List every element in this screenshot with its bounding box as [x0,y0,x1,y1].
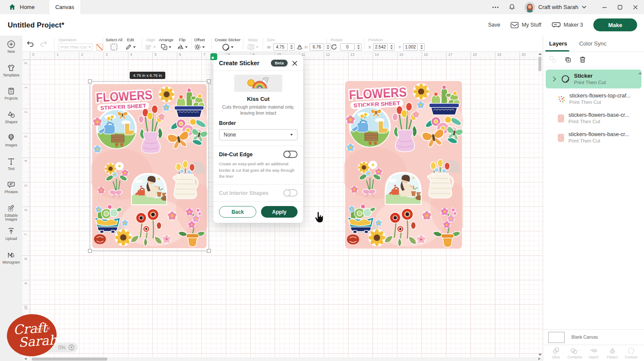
x-input[interactable]: 2.542 [373,43,388,51]
layer-row[interactable]: stickers-flowers-base-cr... Print Then C… [543,128,644,147]
zoom-in-icon[interactable] [68,344,75,351]
scroll-left-arrow[interactable] [24,358,27,360]
width-stepper[interactable] [289,43,295,51]
rotate-input[interactable]: 0 [340,43,355,51]
slice-button[interactable]: Slice [547,347,565,359]
expand-chevron-icon[interactable] [551,76,556,81]
rotate-group: Rotate 0 [331,37,361,51]
sidebar-item-monogram[interactable]: Monogram [0,251,22,274]
sticker-sheet-selected[interactable] [91,82,208,250]
project-title[interactable]: Untitled Project* [0,21,64,29]
scroll-up-arrow[interactable] [538,53,542,55]
redo-icon [39,40,48,48]
horizontal-scrollbar[interactable] [22,357,543,361]
redo-button[interactable] [39,40,48,48]
y-input[interactable]: 1.002 [403,43,418,51]
y-stepper[interactable] [419,43,425,51]
selection-handle-top-right[interactable] [207,79,211,83]
height-input[interactable]: 6.76 [310,43,324,51]
selection-handle-bottom-left[interactable] [88,249,92,253]
sidebar-label: Monogram [3,261,20,265]
sidebar-item-shapes[interactable]: Shapes [0,110,22,134]
operation-dropdown[interactable]: Print Then Cut [58,43,93,51]
sticker-sheet-copy[interactable] [343,80,464,250]
vertical-scrollbar[interactable] [538,53,542,356]
selection-handle-top-left[interactable] [88,79,92,83]
layer-row-sticker[interactable]: Sticker Print Then Cut [546,70,641,88]
minimize-button[interactable] [602,5,607,10]
width-input[interactable]: 4.75 [273,43,288,51]
size-tooltip-text: 4.75 in x 6.76 in [133,73,162,78]
rotate-icon[interactable] [331,44,337,50]
delete-icon[interactable] [579,56,586,63]
my-stuff-button[interactable]: My Stuff [510,22,541,28]
border-dropdown[interactable]: None [219,129,298,140]
sidebar-item-upload[interactable]: Upload [0,227,22,251]
color-swatch[interactable] [96,44,103,51]
x-stepper[interactable] [389,43,395,51]
align-button[interactable]: Align [145,37,156,51]
ruler-number: 4 [129,52,132,57]
create-sticker-button[interactable]: Create Sticker [215,37,240,51]
select-all-button[interactable]: Select All [106,37,122,51]
contour-button[interactable]: Contour [623,347,640,359]
lock-aspect-icon[interactable] [297,44,303,50]
sidebar-item-images[interactable]: Images [0,133,22,157]
height-label: H [305,45,308,49]
dialog-close-icon[interactable] [292,61,298,66]
scroll-right-arrow[interactable] [538,358,541,360]
sidebar-item-templates[interactable]: Templates [0,64,22,87]
tab-layers[interactable]: Layers [543,40,573,47]
caret-icon [133,46,136,48]
rotate-stepper[interactable] [356,43,361,51]
cut-interior-toggle[interactable] [283,189,298,197]
die-cut-toggle[interactable] [283,151,298,158]
apply-button[interactable]: Apply [261,206,298,218]
warp-button[interactable]: Warp [247,37,258,51]
tab-color-sync[interactable]: Color Sync [573,40,613,47]
layer-row[interactable]: stickers-flowers-top-craf... Print Then … [543,89,644,109]
combine-button[interactable]: Combine [566,347,583,359]
sidebar-item-new[interactable]: New [0,40,22,64]
machine-select[interactable]: Maker 3 [552,22,583,28]
horizontal-scroll-thumb[interactable] [32,358,107,361]
ruler-number: 18 [471,52,477,57]
canvas-area[interactable]: 01234567891011121314151617181920 0123456… [22,52,543,361]
more-options-icon[interactable] [492,3,499,11]
maximize-button[interactable] [617,5,623,10]
group-icon[interactable] [549,56,556,63]
flatten-button[interactable]: Flatten [604,347,621,359]
blank-canvas-row[interactable]: Blank Canvas [543,329,644,345]
y-label: Y [398,45,401,49]
edit-button[interactable]: Edit [125,37,136,51]
avatar [525,2,535,12]
border-value: None [224,132,236,138]
layer-row[interactable]: stickers-flowers-base-cr... Print Then C… [543,109,644,128]
arrange-button[interactable]: Arrange [159,37,173,51]
save-button[interactable]: Save [488,22,501,28]
flip-button[interactable]: Flip [177,37,188,51]
back-button[interactable]: Back [219,206,256,218]
align-icon [145,44,152,50]
account-menu[interactable]: Craft with Sarah [525,2,586,12]
tab-canvas[interactable]: Canvas [49,0,80,14]
duplicate-icon[interactable] [564,56,571,63]
sidebar-item-projects[interactable]: Projects [0,87,22,110]
cut-interior-section: Cut Interior Shapes [213,184,303,201]
templates-icon [7,64,15,72]
make-button[interactable]: Make [593,18,637,31]
sidebar-item-text[interactable]: Text [0,157,22,181]
sidebar-item-phrases[interactable]: Phrases [0,180,22,204]
notifications-icon[interactable] [508,3,516,11]
layer-type: Print Then Cut [568,118,629,124]
list-scroll-up-icon[interactable] [638,72,642,74]
scroll-down-arrow[interactable] [538,354,542,356]
offset-button[interactable]: Offset [194,37,205,51]
home-button[interactable]: Home [0,3,43,11]
close-button[interactable] [633,5,638,10]
vertical-scroll-thumb[interactable] [538,57,541,71]
sidebar-item-editable-images[interactable]: Editable Images [0,204,22,228]
attach-button[interactable]: Attach [585,347,602,359]
undo-button[interactable] [26,40,34,48]
selection-handle-bottom-right[interactable] [207,249,211,253]
